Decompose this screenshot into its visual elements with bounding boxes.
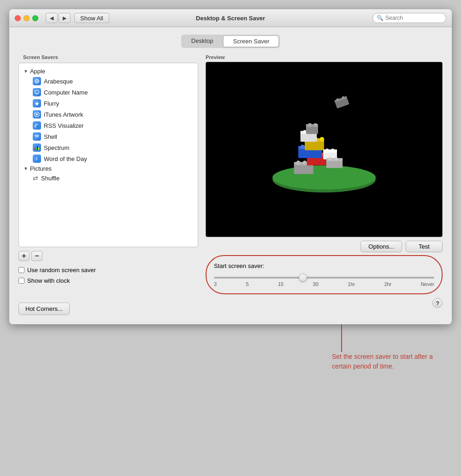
random-saver-checkbox[interactable] xyxy=(18,267,24,273)
arabesque-icon xyxy=(33,77,41,85)
close-button[interactable] xyxy=(15,15,21,21)
word-of-day-label: Word of the Day xyxy=(44,155,87,162)
list-item-flurry[interactable]: Flurry xyxy=(19,98,198,109)
show-clock-checkbox[interactable] xyxy=(18,278,24,284)
apple-group-header[interactable]: ▼ Apple xyxy=(19,67,198,76)
tab-screen-saver[interactable]: Screen Saver xyxy=(223,36,279,47)
minimize-button[interactable] xyxy=(24,15,30,21)
add-button[interactable]: + xyxy=(18,251,30,261)
start-saver-slider[interactable] xyxy=(214,277,434,279)
spectrum-icon xyxy=(33,143,41,152)
traffic-lights xyxy=(15,15,38,21)
svg-point-44 xyxy=(314,123,317,126)
show-clock-row[interactable]: Show with clock xyxy=(18,277,198,284)
svg-point-43 xyxy=(308,123,311,126)
svg-rect-32 xyxy=(305,141,324,150)
list-item-shell[interactable]: Shell xyxy=(19,131,198,142)
svg-rect-1 xyxy=(35,90,39,93)
flurry-icon xyxy=(33,99,41,107)
slider-label-1hr: 1hr xyxy=(348,281,355,287)
slider-label-2hr: 2hr xyxy=(384,281,391,287)
main-window: ◀ ▶ Show All Desktop & Screen Saver 🔍 De… xyxy=(9,9,452,324)
slider-label-15: 15 xyxy=(278,281,284,287)
options-button[interactable]: Options... xyxy=(361,241,402,252)
lego-preview-svg xyxy=(260,85,389,214)
svg-point-36 xyxy=(320,137,324,141)
start-saver-label: Start screen saver: xyxy=(214,262,434,269)
tab-group: Desktop Screen Saver xyxy=(181,35,280,48)
annotation-vertical-line xyxy=(341,324,342,352)
forward-button[interactable]: ▶ xyxy=(59,13,71,23)
list-item-itunes-artwork[interactable]: iTunes Artwork xyxy=(19,109,198,120)
list-item-word-of-day[interactable]: A Word of the Day xyxy=(19,153,198,164)
slider-label-30: 30 xyxy=(313,281,319,287)
content-area: Desktop Screen Saver Screen Savers ▼ App… xyxy=(9,27,452,324)
svg-rect-16 xyxy=(294,165,313,174)
annotation-box: Set the screen saver to start after a ce… xyxy=(332,352,433,371)
spectrum-label: Spectrum xyxy=(44,144,70,151)
list-item-shuffle[interactable]: ⇄ Shuffle xyxy=(19,173,198,183)
computer-name-label: Computer Name xyxy=(44,89,88,96)
disclosure-triangle-apple: ▼ xyxy=(24,69,28,74)
list-item-spectrum[interactable]: Spectrum xyxy=(19,142,198,153)
svg-point-28 xyxy=(301,145,305,149)
pictures-group-label: Pictures xyxy=(30,165,52,172)
back-button[interactable]: ◀ xyxy=(46,13,58,23)
search-input[interactable] xyxy=(385,15,442,21)
bottom-right-row: ? xyxy=(206,298,443,308)
svg-rect-37 xyxy=(301,133,317,142)
slider-label-3: 3 xyxy=(214,281,217,287)
svg-rect-6 xyxy=(36,147,37,150)
svg-rect-46 xyxy=(323,149,337,153)
add-remove-row: + − xyxy=(18,251,198,261)
svg-rect-49 xyxy=(326,160,343,168)
shell-icon xyxy=(33,132,41,141)
nav-buttons: ◀ ▶ xyxy=(46,13,71,23)
list-item-arabesque[interactable]: Arabesque xyxy=(19,76,198,87)
annotation-wrapper: Set the screen saver to start after a ce… xyxy=(9,324,452,371)
list-item-rss-visualizer[interactable]: RSS Visualizer xyxy=(19,120,198,131)
screen-savers-header: Screen Savers xyxy=(18,54,198,63)
flurry-label: Flurry xyxy=(44,100,59,107)
shuffle-icon: ⇄ xyxy=(33,174,38,182)
list-item-computer-name[interactable]: Computer Name xyxy=(19,87,198,98)
svg-rect-41 xyxy=(306,126,318,134)
random-saver-row[interactable]: Use random screen saver xyxy=(18,267,198,274)
preview-area xyxy=(206,62,443,237)
window-title: Desktop & Screen Saver xyxy=(196,15,265,22)
shell-label: Shell xyxy=(44,133,57,140)
svg-text:A: A xyxy=(35,157,38,161)
apple-group: ▼ Apple Arabesque xyxy=(19,67,198,164)
annotation-text: Set the screen saver to start after a ce… xyxy=(332,353,433,370)
itunes-artwork-label: iTunes Artwork xyxy=(44,111,83,118)
preview-label: Preview xyxy=(206,54,443,60)
svg-point-48 xyxy=(331,149,334,152)
svg-point-19 xyxy=(302,161,307,165)
search-box[interactable]: 🔍 xyxy=(372,13,446,23)
svg-point-4 xyxy=(35,127,36,128)
search-icon: 🔍 xyxy=(377,15,384,21)
rss-visualizer-label: RSS Visualizer xyxy=(44,122,83,129)
svg-point-15 xyxy=(272,166,376,190)
computer-name-icon xyxy=(33,88,41,96)
help-button[interactable]: ? xyxy=(432,298,443,308)
word-of-day-icon: A xyxy=(33,155,41,163)
test-button[interactable]: Test xyxy=(406,241,443,252)
svg-point-18 xyxy=(296,161,300,165)
show-all-button[interactable]: Show All xyxy=(74,13,109,23)
main-panel: Screen Savers ▼ Apple Arabesque xyxy=(18,54,443,315)
shuffle-label: Shuffle xyxy=(41,175,59,182)
svg-rect-8 xyxy=(38,148,39,150)
svg-rect-7 xyxy=(37,146,38,150)
remove-button[interactable]: − xyxy=(31,251,42,261)
annotation-area: Set the screen saver to start after a ce… xyxy=(332,324,433,371)
tab-desktop[interactable]: Desktop xyxy=(182,36,223,47)
screen-savers-list[interactable]: ▼ Apple Arabesque xyxy=(18,63,198,247)
svg-point-39 xyxy=(303,130,306,133)
maximize-button[interactable] xyxy=(32,15,38,21)
preview-buttons: Options... Test xyxy=(206,241,443,252)
pictures-group-header[interactable]: ▼ Pictures xyxy=(19,164,198,173)
svg-point-3 xyxy=(36,113,38,115)
pictures-group: ▼ Pictures ⇄ Shuffle xyxy=(19,164,198,183)
hot-corners-button[interactable]: Hot Corners... xyxy=(18,303,70,315)
